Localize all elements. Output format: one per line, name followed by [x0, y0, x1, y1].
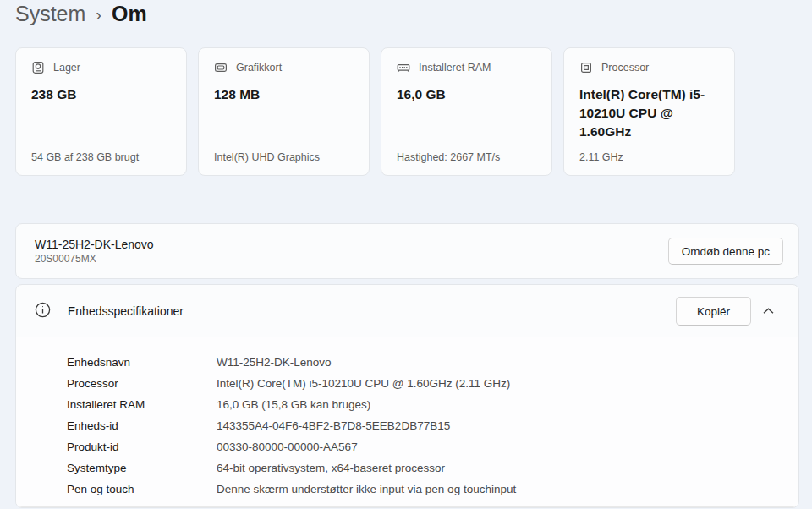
card-caption: Intel(R) UHD Graphics [214, 151, 359, 163]
device-name: W11-25H2-DK-Lenovo [35, 238, 154, 251]
chevron-up-icon[interactable] [751, 297, 785, 326]
cpu-icon [579, 61, 593, 74]
spec-value: Denne skærm understøtter ikke input via … [217, 479, 798, 500]
breadcrumb: System › Om [15, 0, 799, 37]
spec-label: Pen og touch [67, 479, 217, 500]
card-label: Processor [601, 62, 649, 74]
spec-value: W11-25H2-DK-Lenovo [217, 352, 798, 373]
spec-label: Processor [67, 373, 217, 394]
spec-value: Intel(R) Core(TM) i5-10210U CPU @ 1.60GH… [217, 373, 798, 394]
spec-value: 00330-80000-00000-AA567 [217, 436, 798, 457]
card-label: Lager [53, 62, 80, 74]
divider [16, 506, 798, 507]
spec-label: Installeret RAM [67, 394, 217, 415]
spec-value: 143355A4-04F6-4BF2-B7D8-5EEB2DB77B15 [217, 415, 798, 436]
card-caption: 2.11 GHz [579, 151, 724, 163]
spec-label: Systemtype [67, 457, 217, 479]
card-processor: Processor Intel(R) Core(TM) i5-10210U CP… [563, 47, 735, 176]
spec-value: 16,0 GB (15,8 GB kan bruges) [217, 394, 798, 415]
card-label: Installeret RAM [419, 62, 491, 74]
spec-value: 64-bit operativsystem, x64-baseret proce… [217, 457, 798, 479]
device-model: 20S00075MX [35, 253, 154, 265]
spec-label: Produkt-id [67, 436, 217, 457]
card-ram: Installeret RAM 16,0 GB Hastighed: 2667 … [381, 47, 552, 176]
system-about-page: System › Om Lager 238 GB 54 GB af 238 GB… [0, 0, 812, 508]
card-graphics: Grafikkort 128 MB Intel(R) UHD Graphics [198, 47, 370, 176]
card-label: Grafikkort [236, 62, 282, 74]
copy-button[interactable]: Kopiér [676, 297, 751, 326]
card-caption: Hastighed: 2667 MT/s [397, 151, 541, 163]
device-specifications-header[interactable]: Enhedsspecifikationer Kopiér [16, 285, 798, 337]
storage-icon [31, 61, 45, 74]
card-value: Intel(R) Core(TM) i5-10210U CPU @ 1.60GH… [579, 85, 719, 141]
section-title: Enhedsspecifikationer [68, 304, 184, 318]
info-icon [35, 302, 51, 321]
card-value: 238 GB [31, 85, 171, 104]
page-title: Om [112, 2, 147, 26]
rename-pc-button[interactable]: Omdøb denne pc [668, 238, 783, 265]
card-value: 16,0 GB [397, 85, 536, 104]
card-storage: Lager 238 GB 54 GB af 238 GB brugt [15, 47, 187, 176]
summary-cards: Lager 238 GB 54 GB af 238 GB brugt Grafi… [15, 47, 799, 176]
card-caption: 54 GB af 238 GB brugt [31, 151, 176, 163]
chevron-right-icon: › [96, 5, 102, 25]
card-value: 128 MB [214, 85, 354, 104]
spec-label: Enheds-id [67, 415, 217, 436]
device-specifications-panel: Enhedsspecifikationer Kopiér Enhedsnavn … [15, 284, 799, 508]
device-name-panel: W11-25H2-DK-Lenovo 20S00075MX Omdøb denn… [15, 223, 799, 279]
spec-label: Enhedsnavn [67, 352, 217, 373]
breadcrumb-system[interactable]: System [15, 2, 85, 26]
gpu-icon [214, 61, 228, 74]
device-specifications-body: Enhedsnavn W11-25H2-DK-Lenovo Processor … [16, 337, 798, 507]
ram-icon [397, 61, 410, 74]
